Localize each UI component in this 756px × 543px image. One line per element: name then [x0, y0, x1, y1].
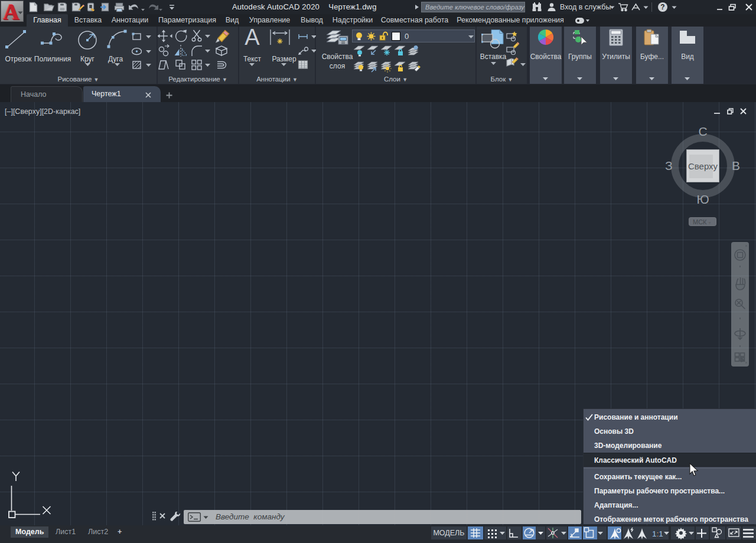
svg-text:?: ?	[660, 3, 664, 11]
svg-text:1:1: 1:1	[652, 529, 663, 538]
